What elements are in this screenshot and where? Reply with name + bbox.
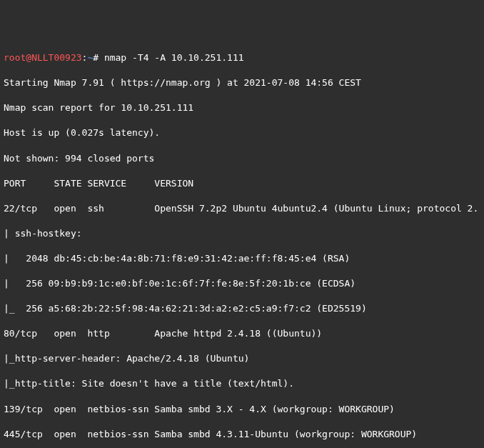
output-line: |_http-title: Site doesn't have a title … <box>4 377 480 390</box>
command-text: nmap -T4 -A 10.10.251.111 <box>104 52 244 63</box>
output-line: | ssh-hostkey: <box>4 227 480 240</box>
output-line: Not shown: 994 closed ports <box>4 152 480 165</box>
output-line: |_http-server-header: Apache/2.4.18 (Ubu… <box>4 352 480 365</box>
output-line: PORT STATE SERVICE VERSION <box>4 177 480 190</box>
output-line: Starting Nmap 7.91 ( https://nmap.org ) … <box>4 76 480 89</box>
output-line: 139/tcp open netbios-ssn Samba smbd 3.X … <box>4 403 480 416</box>
prompt-user: root@NLLT00923 <box>4 52 82 63</box>
output-line: Nmap scan report for 10.10.251.111 <box>4 101 480 114</box>
prompt-hash: # <box>93 52 104 63</box>
output-line: 445/tcp open netbios-ssn Samba smbd 4.3.… <box>4 428 480 441</box>
prompt-line[interactable]: root@NLLT00923:~# nmap -T4 -A 10.10.251.… <box>4 51 480 64</box>
output-line: 80/tcp open http Apache httpd 2.4.18 ((U… <box>4 327 480 340</box>
output-line: 22/tcp open ssh OpenSSH 7.2p2 Ubuntu 4ub… <box>4 202 480 215</box>
output-line: | 256 09:b9:b9:1c:e0:bf:0e:1c:6f:7f:fe:8… <box>4 277 480 290</box>
output-line: Host is up (0.027s latency). <box>4 126 480 139</box>
output-line: | 2048 db:45:cb:be:4a:8b:71:f8:e9:31:42:… <box>4 252 480 265</box>
output-line: |_ 256 a5:68:2b:22:5f:98:4a:62:21:3d:a2:… <box>4 302 480 315</box>
